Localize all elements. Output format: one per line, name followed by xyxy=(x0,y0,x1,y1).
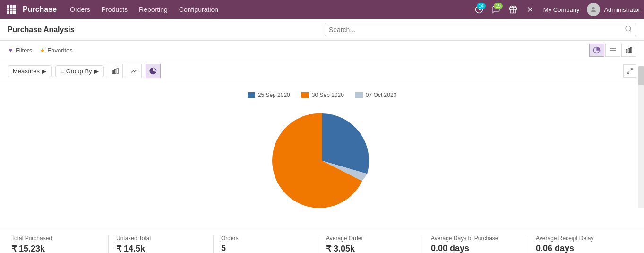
messages-badge: 19 xyxy=(494,3,503,9)
search-bar xyxy=(325,23,636,36)
scrollbar[interactable] xyxy=(638,66,644,208)
nav-menu: Orders Products Reporting Configuration xyxy=(64,0,472,19)
navbar-right: 14 19 My Company Administrator xyxy=(472,2,640,17)
svg-rect-4 xyxy=(10,9,13,11)
scrollbar-thumb[interactable] xyxy=(638,66,644,85)
svg-rect-5 xyxy=(13,9,16,11)
filters-button[interactable]: ▼ Filters xyxy=(8,47,32,54)
page-title: Purchase Analysis xyxy=(8,26,75,34)
filters-left: ▼ Filters ★ Favorites xyxy=(8,47,73,54)
svg-line-16 xyxy=(630,30,631,32)
legend-color-0 xyxy=(248,92,255,98)
legend-label-1: 30 Sep 2020 xyxy=(312,92,344,98)
legend-item-1: 30 Sep 2020 xyxy=(301,92,344,98)
stat-value-3: ₹ 3.05k xyxy=(326,244,415,253)
user-name[interactable]: Administrator xyxy=(604,6,640,13)
svg-rect-8 xyxy=(13,11,16,14)
stat-value-5: 0.06 days xyxy=(536,244,625,253)
group-by-button[interactable]: ≡ Group By ▶ xyxy=(55,65,104,77)
pie-chart xyxy=(266,104,379,218)
stat-value-2: 5 xyxy=(221,244,310,253)
view-list-btn[interactable] xyxy=(605,44,620,57)
expand-btn[interactable] xyxy=(623,64,636,78)
svg-rect-2 xyxy=(13,5,16,8)
favorites-label: Favorites xyxy=(47,47,72,54)
stat-value-0: ₹ 15.23k xyxy=(11,244,101,253)
stat-average-order: Average Order ₹ 3.05k xyxy=(318,235,423,253)
activity-icon-btn[interactable]: 14 xyxy=(472,2,487,17)
svg-point-15 xyxy=(626,26,631,31)
stat-label-5: Average Receipt Delay xyxy=(536,235,625,242)
chart-line-btn[interactable] xyxy=(127,64,142,78)
stat-label-0: Total Purchased xyxy=(11,235,101,242)
search-icon[interactable] xyxy=(625,25,632,34)
stat-label-1: Untaxed Total xyxy=(116,235,206,242)
measures-button[interactable]: Measures ▶ xyxy=(8,65,52,77)
stat-label-4: Average Days to Purchase xyxy=(431,235,520,242)
nav-orders[interactable]: Orders xyxy=(64,0,96,19)
filters-bar: ▼ Filters ★ Favorites xyxy=(0,41,644,60)
svg-line-29 xyxy=(627,71,629,73)
svg-line-28 xyxy=(630,69,632,70)
legend-label-0: 25 Sep 2020 xyxy=(258,92,290,98)
legend-item-0: 25 Sep 2020 xyxy=(248,92,290,98)
view-buttons xyxy=(589,44,636,57)
navbar: Purchase Orders Products Reporting Confi… xyxy=(0,0,644,19)
stat-orders: Orders 5 xyxy=(214,235,318,253)
grid-menu-icon[interactable] xyxy=(4,0,19,19)
favorites-button[interactable]: ★ Favorites xyxy=(40,47,72,54)
svg-rect-0 xyxy=(7,5,9,8)
svg-rect-6 xyxy=(7,11,9,14)
toolbar: Measures ▶ ≡ Group By ▶ xyxy=(0,60,644,82)
svg-rect-26 xyxy=(117,68,118,74)
view-bar-btn[interactable] xyxy=(621,44,636,57)
svg-rect-23 xyxy=(630,47,632,53)
filters-label: Filters xyxy=(16,47,32,54)
stat-total-purchased: Total Purchased ₹ 15.23k xyxy=(11,235,109,253)
chart-pie-btn[interactable] xyxy=(146,64,161,78)
stat-label-2: Orders xyxy=(221,235,310,242)
chart-bar-btn[interactable] xyxy=(108,64,123,78)
legend-item-2: 07 Oct 2020 xyxy=(355,92,396,98)
nav-reporting[interactable]: Reporting xyxy=(133,0,173,19)
svg-rect-21 xyxy=(626,50,627,53)
svg-rect-25 xyxy=(114,69,116,74)
stat-avg-receipt-delay: Average Receipt Delay 0.06 days xyxy=(528,235,633,253)
chart-legend: 25 Sep 2020 30 Sep 2020 07 Oct 2020 xyxy=(248,92,397,98)
nav-products[interactable]: Products xyxy=(96,0,133,19)
svg-rect-7 xyxy=(10,11,13,14)
close-icon-btn[interactable] xyxy=(523,2,538,17)
stats-bar: Total Purchased ₹ 15.23k Untaxed Total ₹… xyxy=(0,227,644,253)
avatar[interactable] xyxy=(587,3,600,16)
legend-label-2: 07 Oct 2020 xyxy=(366,92,396,98)
stat-avg-days-purchase: Average Days to Purchase 0.00 days xyxy=(423,235,528,253)
activity-badge: 14 xyxy=(477,3,486,9)
stat-untaxed-total: Untaxed Total ₹ 14.5k xyxy=(109,235,214,253)
legend-color-1 xyxy=(301,92,309,98)
stat-value-1: ₹ 14.5k xyxy=(116,244,206,253)
svg-point-14 xyxy=(592,7,595,9)
group-by-arrow: ▶ xyxy=(94,68,99,75)
filter-icon: ▼ xyxy=(8,47,14,54)
view-pie-btn[interactable] xyxy=(589,44,604,57)
svg-rect-22 xyxy=(628,48,630,53)
main-content: 25 Sep 2020 30 Sep 2020 07 Oct 2020 xyxy=(0,82,644,227)
group-by-label: Group By xyxy=(66,68,92,75)
gift-icon-btn[interactable] xyxy=(506,2,521,17)
nav-configuration[interactable]: Configuration xyxy=(173,0,224,19)
group-by-icon: ≡ xyxy=(60,68,64,75)
svg-rect-3 xyxy=(7,9,9,11)
messages-icon-btn[interactable]: 19 xyxy=(489,2,504,17)
search-input[interactable] xyxy=(329,26,625,34)
sub-header: Purchase Analysis xyxy=(0,19,644,41)
measures-arrow: ▶ xyxy=(42,68,46,75)
svg-rect-24 xyxy=(112,70,114,74)
measures-label: Measures xyxy=(13,68,40,75)
company-name[interactable]: My Company xyxy=(540,6,584,13)
stat-value-4: 0.00 days xyxy=(431,244,520,253)
star-icon: ★ xyxy=(40,47,45,54)
chart-container: 25 Sep 2020 30 Sep 2020 07 Oct 2020 xyxy=(9,92,635,218)
legend-color-2 xyxy=(355,92,363,98)
stat-label-3: Average Order xyxy=(326,235,415,242)
app-brand: Purchase xyxy=(19,5,64,14)
